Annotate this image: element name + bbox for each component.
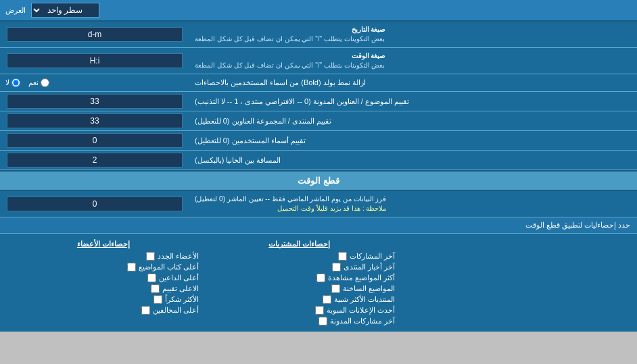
checkbox-last-posts[interactable] [338,252,347,261]
label-date-format: صيغة التاريخ بعض التكوينات يتطلب "/" الت… [189,22,637,47]
checkbox-new-members-input[interactable] [146,252,155,261]
label-realtime: فرز البيانات من يوم الماشر الماضي فقط --… [189,191,637,217]
forum-sort-input[interactable] [7,113,183,128]
header-row: سطر واحد سطران ثلاثة أسطر العرض [0,0,637,22]
label-topics-sort: تقييم الموضوع / العناوين المدونة (0 -- ا… [189,92,637,111]
radio-cell-bold: نعم لا [0,74,189,91]
col-members-header: إحصاءات الأعضاء [8,238,199,252]
label-users-sort: تقييم أسماء المستخدمين (0 للتعطيل) [189,131,637,150]
row-users-sort: تقييم أسماء المستخدمين (0 للتعطيل) [0,131,637,151]
label-space-between: المسافة بين الخانيا (بالبكسل) [189,151,637,170]
checkbox-new-members: الأعضاء الجدد [8,252,199,261]
checkbox-item-2: آخر أخبار المنتدى [204,263,395,271]
checkbox-top-violators: أعلى المخالفين [8,306,199,315]
row-forum-sort: تقييم المنتدى / المجموعة العناوين (0 للت… [0,111,637,131]
col-members: إحصاءات الأعضاء الأعضاء الجدد أعلى كتاب … [5,238,202,328]
input-cell-date-format [0,22,189,47]
row-realtime: فرز البيانات من يوم الماشر الماضي فقط --… [0,191,637,217]
limit-row: حدد إحصاءليات لتطبيق قطع الوقت [0,217,637,234]
input-cell-users-sort [0,131,189,150]
checkbox-most-popular-forums[interactable] [323,295,331,304]
input-cell-topics-sort [0,92,189,111]
section-realtime-header: قطع الوقت [0,170,637,191]
checkbox-blog-posts[interactable] [318,317,327,326]
col-purchases-header: إحصاءات المشتريات [204,238,395,252]
label-forum-sort: تقييم المنتدى / المجموعة العناوين (0 للت… [189,111,637,130]
row-space-between: المسافة بين الخانيا (بالبكسل) [0,151,637,170]
checkbox-item-1: آخر المشاركات [204,252,395,261]
checkbox-hot-topics[interactable] [331,284,340,293]
label-bold-remove: ازالة نمط بولد (Bold) من اسماء المستخدمي… [189,74,637,91]
label-time-format: صيغة الوقت بعض التكوينات يتطلب "/" التي … [189,48,637,74]
checkbox-most-thankful: الأكثر شكراً [8,295,199,304]
checkbox-last-news[interactable] [332,263,341,271]
checkbox-latest-ads[interactable] [315,306,324,315]
main-container: سطر واحد سطران ثلاثة أسطر العرض صيغة الت… [0,0,637,332]
checkbox-top-writers-input[interactable] [127,263,136,271]
checkbox-item-3: أكثر المواضيع مشاهدة [204,274,395,282]
checkbox-columns: إحصاءات المشتريات آخر المشاركات آخر أخبا… [5,238,632,328]
checkbox-top-rated: الاعلى تقييم [8,284,199,293]
checkbox-top-inviters-input[interactable] [147,274,156,282]
checkboxes-section: إحصاءات المشتريات آخر المشاركات آخر أخبا… [0,234,637,332]
date-format-input[interactable] [7,27,183,42]
radio-yes-bold[interactable] [41,78,49,87]
checkbox-top-rated-input[interactable] [151,284,160,293]
checkbox-item-6: أحدث الإعلانات المبوبة [204,306,395,315]
col-purchases: إحصاءات المشتريات آخر المشاركات آخر أخبا… [202,238,398,328]
display-mode-select[interactable]: سطر واحد سطران ثلاثة أسطر [31,3,99,18]
input-cell-time-format [0,48,189,74]
checkbox-top-inviters: أعلى الداعين [8,274,199,282]
row-date-format: صيغة التاريخ بعض التكوينات يتطلب "/" الت… [0,22,637,48]
radio-yes-label[interactable]: نعم [28,78,49,87]
radio-no-bold[interactable] [11,78,20,87]
checkbox-item-4: المواضيع الساخنة [204,284,395,293]
checkbox-item-5: المنتديات الأكثر شبية [204,295,395,304]
input-cell-space-between [0,151,189,170]
col-empty [398,238,632,328]
checkbox-item-7: آخر مشاركات المدونة [204,317,395,326]
topics-sort-input[interactable] [7,94,183,109]
checkbox-most-thankful-input[interactable] [154,295,162,304]
display-mode-label: العرض [5,6,26,15]
row-topics-sort: تقييم الموضوع / العناوين المدونة (0 -- ا… [0,92,637,111]
checkbox-top-writers: أعلى كتاب المواضيع [8,263,199,271]
time-format-input[interactable] [7,53,183,68]
input-cell-forum-sort [0,111,189,130]
row-time-format: صيغة الوقت بعض التكوينات يتطلب "/" التي … [0,48,637,74]
radio-no-label[interactable]: لا [5,78,20,87]
checkbox-top-violators-input[interactable] [141,306,150,315]
input-cell-realtime [0,191,189,217]
realtime-input[interactable] [7,197,183,211]
row-bold-remove: ازالة نمط بولد (Bold) من اسماء المستخدمي… [0,74,637,92]
users-sort-input[interactable] [7,133,183,148]
space-between-input[interactable] [7,153,183,167]
checkbox-most-viewed[interactable] [316,274,325,282]
